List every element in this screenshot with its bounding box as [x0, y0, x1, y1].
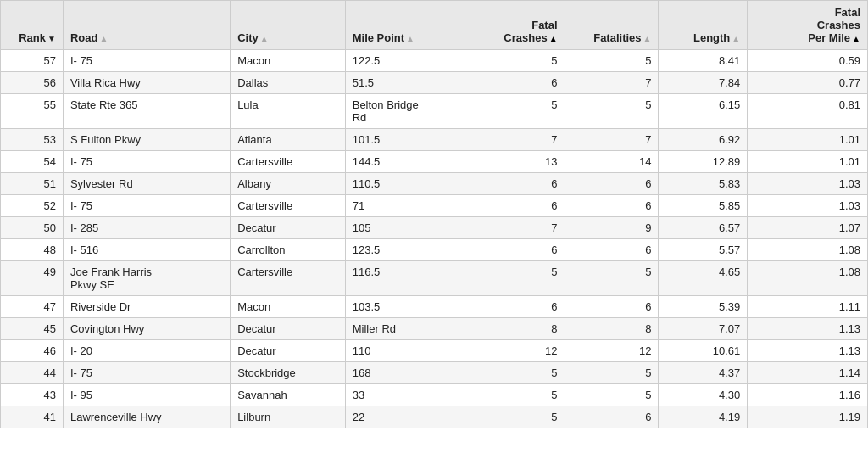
cell-length: 4.37 — [659, 362, 748, 384]
cell-cpm: 1.16 — [748, 384, 868, 406]
cell-road: I- 75 — [63, 50, 230, 72]
cell-rank: 46 — [1, 340, 64, 362]
cell-fatalities: 5 — [565, 261, 659, 296]
cell-fatal_crashes: 7 — [481, 217, 565, 239]
table-row: 47Riverside DrMacon103.5665.391.11 — [1, 296, 868, 318]
cell-mile_point: 122.5 — [345, 50, 481, 72]
cell-city: Macon — [231, 50, 346, 72]
table-row: 45Covington HwyDecaturMiller Rd887.071.1… — [1, 318, 868, 340]
cell-road: Lawrenceville Hwy — [63, 406, 230, 428]
cell-city: Decatur — [231, 340, 346, 362]
cell-cpm: 0.81 — [748, 94, 868, 129]
cell-fatalities: 7 — [565, 72, 659, 94]
cell-fatal_crashes: 7 — [481, 129, 565, 151]
table-row: 52I- 75Cartersville71665.851.03 — [1, 195, 868, 217]
cell-fatal_crashes: 5 — [481, 94, 565, 129]
cell-mile_point: 71 — [345, 195, 481, 217]
table-row: 53S Fulton PkwyAtlanta101.5776.921.01 — [1, 129, 868, 151]
cell-city: Lula — [231, 94, 346, 129]
cell-length: 8.41 — [659, 50, 748, 72]
cell-cpm: 1.13 — [748, 318, 868, 340]
cell-fatalities: 6 — [565, 173, 659, 195]
cell-cpm: 1.19 — [748, 406, 868, 428]
cell-fatal_crashes: 12 — [481, 340, 565, 362]
cell-fatalities: 5 — [565, 384, 659, 406]
cell-rank: 49 — [1, 261, 64, 296]
sort-arrow-fatalities: ▲ — [643, 34, 652, 43]
cell-road: I- 95 — [63, 384, 230, 406]
cell-rank: 53 — [1, 129, 64, 151]
cell-mile_point: 144.5 — [345, 151, 481, 173]
cell-length: 10.61 — [659, 340, 748, 362]
cell-fatalities: 5 — [565, 94, 659, 129]
cell-cpm: 1.03 — [748, 195, 868, 217]
sort-arrow-cpm: ▲ — [852, 34, 860, 43]
cell-fatalities: 14 — [565, 151, 659, 173]
cell-city: Decatur — [231, 217, 346, 239]
cell-length: 7.07 — [659, 318, 748, 340]
cell-fatal_crashes: 5 — [481, 362, 565, 384]
cell-road: Joe Frank HarrisPkwy SE — [63, 261, 230, 296]
cell-fatal_crashes: 5 — [481, 261, 565, 296]
cell-length: 7.84 — [659, 72, 748, 94]
cell-cpm: 1.08 — [748, 261, 868, 296]
table-row: 49Joe Frank HarrisPkwy SECartersville116… — [1, 261, 868, 296]
table-row: 44I- 75Stockbridge168554.371.14 — [1, 362, 868, 384]
cell-rank: 50 — [1, 217, 64, 239]
cell-city: Cartersville — [231, 151, 346, 173]
cell-fatalities: 8 — [565, 318, 659, 340]
cell-rank: 55 — [1, 94, 64, 129]
column-header-fatal_crashes[interactable]: FatalCrashes ▲ — [481, 1, 565, 50]
cell-cpm: 1.03 — [748, 173, 868, 195]
cell-fatalities: 5 — [565, 50, 659, 72]
cell-mile_point: 103.5 — [345, 296, 481, 318]
column-header-fatalities[interactable]: Fatalities ▲ — [565, 1, 659, 50]
cell-length: 5.57 — [659, 239, 748, 261]
table-row: 48I- 516Carrollton123.5665.571.08 — [1, 239, 868, 261]
cell-length: 6.57 — [659, 217, 748, 239]
cell-rank: 44 — [1, 362, 64, 384]
cell-length: 5.85 — [659, 195, 748, 217]
cell-length: 6.15 — [659, 94, 748, 129]
column-header-road[interactable]: Road ▲ — [63, 1, 230, 50]
cell-cpm: 1.13 — [748, 340, 868, 362]
table-row: 43I- 95Savannah33554.301.16 — [1, 384, 868, 406]
cell-road: I- 75 — [63, 195, 230, 217]
cell-road: Riverside Dr — [63, 296, 230, 318]
cell-fatal_crashes: 6 — [481, 195, 565, 217]
cell-fatalities: 6 — [565, 195, 659, 217]
cell-fatal_crashes: 13 — [481, 151, 565, 173]
cell-length: 6.92 — [659, 129, 748, 151]
column-header-cpm[interactable]: FatalCrashesPer Mile ▲ — [748, 1, 868, 50]
table-row: 50I- 285Decatur105796.571.07 — [1, 217, 868, 239]
cell-fatalities: 7 — [565, 129, 659, 151]
cell-fatal_crashes: 8 — [481, 318, 565, 340]
sort-arrow-rank: ▼ — [47, 34, 56, 43]
cell-fatal_crashes: 5 — [481, 384, 565, 406]
column-header-length[interactable]: Length ▲ — [659, 1, 748, 50]
cell-mile_point: 110.5 — [345, 173, 481, 195]
cell-city: Cartersville — [231, 261, 346, 296]
cell-mile_point: 22 — [345, 406, 481, 428]
cell-city: Lilburn — [231, 406, 346, 428]
column-header-mile_point[interactable]: Mile Point ▲ — [345, 1, 481, 50]
cell-cpm: 0.77 — [748, 72, 868, 94]
cell-rank: 41 — [1, 406, 64, 428]
cell-length: 5.39 — [659, 296, 748, 318]
sort-arrow-road: ▲ — [99, 34, 108, 43]
column-header-rank[interactable]: Rank ▼ — [1, 1, 64, 50]
cell-cpm: 0.59 — [748, 50, 868, 72]
column-header-city[interactable]: City ▲ — [231, 1, 346, 50]
cell-rank: 56 — [1, 72, 64, 94]
cell-mile_point: 123.5 — [345, 239, 481, 261]
cell-city: Savannah — [231, 384, 346, 406]
cell-road: I- 75 — [63, 362, 230, 384]
cell-fatal_crashes: 6 — [481, 72, 565, 94]
cell-cpm: 1.11 — [748, 296, 868, 318]
cell-fatal_crashes: 5 — [481, 406, 565, 428]
cell-mile_point: 168 — [345, 362, 481, 384]
cell-road: State Rte 365 — [63, 94, 230, 129]
cell-road: I- 20 — [63, 340, 230, 362]
cell-mile_point: 33 — [345, 384, 481, 406]
cell-road: I- 75 — [63, 151, 230, 173]
